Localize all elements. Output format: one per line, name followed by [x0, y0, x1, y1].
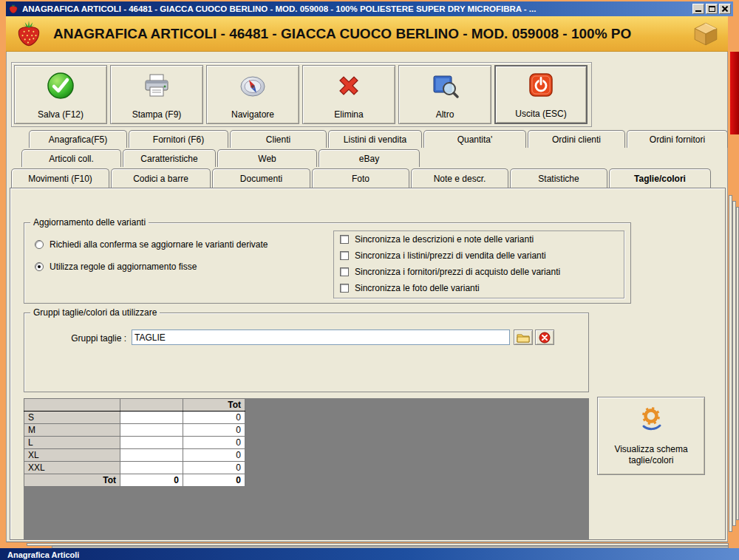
- tab-note-e-descr[interactable]: Note e descr.: [411, 168, 508, 188]
- tab-row-3: Movimenti (F10) Codici a barre Documenti…: [7, 168, 729, 188]
- size-value-cell[interactable]: [120, 437, 183, 449]
- tab-movimenti[interactable]: Movimenti (F10): [11, 168, 109, 188]
- browse-groups-button[interactable]: [514, 329, 533, 345]
- save-check-icon: [46, 71, 75, 100]
- page-stack-red-strip: [730, 52, 739, 134]
- size-groups-groupbox: Gruppi taglie/colori da utilizzare Grupp…: [24, 313, 589, 392]
- header-title: ANAGRAFICA ARTICOLI - 46481 - GIACCA CUO…: [53, 26, 692, 42]
- checkbox-sincronizza-descrizioni[interactable]: [340, 235, 349, 244]
- tab-quantita[interactable]: Quantita': [423, 130, 526, 148]
- size-label-cell: XL: [24, 449, 120, 462]
- checkbox-listini-label: Sincronizza i listini/prezzi di vendita …: [355, 250, 546, 261]
- size-table-area: Tot S 0 M 0 L 0: [24, 398, 589, 539]
- tab-row-1: Anagrafica(F5) Fornitori (F6) Clienti Li…: [7, 130, 729, 148]
- size-row-xxl: XXL 0: [24, 462, 245, 474]
- tab-ordini-fornitori[interactable]: Ordini fornitori: [627, 130, 728, 148]
- salva-button[interactable]: Salva (F12): [14, 65, 107, 124]
- navigatore-button[interactable]: Navigatore: [206, 65, 299, 124]
- visualizza-schema-label: Visualizza schema taglie/colori: [607, 444, 695, 467]
- size-row-m: M 0: [24, 424, 245, 437]
- tab-articoli-coll[interactable]: Articoli coll.: [21, 149, 121, 167]
- visualizza-schema-button[interactable]: Visualizza schema taglie/colori: [597, 397, 705, 475]
- size-groups-title: Gruppi taglie/colori da utilizzare: [30, 307, 160, 318]
- tab-ordini-clienti[interactable]: Ordini clienti: [528, 130, 625, 148]
- check-row-listini: Sincronizza i listini/prezzi di vendita …: [340, 250, 546, 261]
- bottom-window-bar: Anagrafica Articoli: [0, 548, 739, 560]
- bottom-bar-text: Anagrafica Articoli: [7, 550, 79, 559]
- checkbox-descrizioni-label: Sincronizza le descrizioni e note delle …: [355, 234, 534, 245]
- app-body: Salva (F12) Stampa (F9): [6, 52, 728, 542]
- toolbar: Salva (F12) Stampa (F9): [11, 62, 592, 127]
- size-value-cell[interactable]: [120, 412, 183, 424]
- close-button[interactable]: [719, 4, 731, 14]
- radio-row-regole-fisse: Utilizza regole di aggiornamento fisse: [35, 262, 197, 272]
- red-x-icon: [539, 332, 551, 344]
- radio-row-richiedi: Richiedi alla conferma se aggiornare le …: [35, 239, 268, 250]
- footer-col2-total: 0: [120, 474, 183, 487]
- tab-ebay[interactable]: eBay: [319, 149, 420, 167]
- tab-foto[interactable]: Foto: [312, 168, 409, 188]
- footer-tot-label: Tot: [24, 474, 120, 487]
- check-row-descrizioni: Sincronizza le descrizioni e note delle …: [340, 234, 534, 245]
- altro-label: Altro: [436, 109, 454, 120]
- tab-statistiche[interactable]: Statistiche: [510, 168, 607, 188]
- window-title: ANAGRAFICA ARTICOLI - 46481 - GIACCA CUO…: [22, 4, 689, 13]
- size-tot-cell: 0: [183, 424, 245, 437]
- size-row-s: S 0: [24, 412, 245, 424]
- window-strawberry-icon[interactable]: [8, 4, 18, 14]
- radio-regole-fisse[interactable]: [35, 262, 44, 271]
- radio-regole-fisse-label: Utilizza regole di aggiornamento fisse: [50, 262, 197, 272]
- minimize-button[interactable]: [692, 4, 704, 14]
- checkbox-foto-label: Sincronizza le foto delle varianti: [355, 283, 480, 293]
- checkbox-sincronizza-listini[interactable]: [340, 251, 349, 260]
- size-value-cell[interactable]: [120, 449, 183, 462]
- size-table: Tot S 0 M 0 L 0: [24, 398, 245, 487]
- variants-groupbox-title: Aggiornamento delle varianti: [30, 217, 149, 228]
- size-label-cell: XXL: [24, 462, 120, 474]
- tab-documenti[interactable]: Documenti: [212, 168, 310, 188]
- size-value-cell[interactable]: [120, 424, 183, 437]
- uscita-label: Uscita (ESC): [515, 109, 566, 119]
- tab-fornitori[interactable]: Fornitori (F6): [129, 130, 228, 148]
- sync-options-panel: Sincronizza le descrizioni e note delle …: [333, 231, 624, 298]
- printer-icon: [142, 71, 171, 100]
- gear-colors-icon: [638, 405, 664, 431]
- stampa-button[interactable]: Stampa (F9): [110, 65, 203, 124]
- elimina-button[interactable]: Elimina: [302, 65, 395, 124]
- window-titlebar[interactable]: ANAGRAFICA ARTICOLI - 46481 - GIACCA CUO…: [6, 1, 733, 16]
- gruppi-taglie-input[interactable]: [132, 329, 510, 345]
- tab-taglie-colori[interactable]: Taglie/colori: [609, 168, 711, 188]
- uscita-button[interactable]: Uscita (ESC): [494, 65, 588, 124]
- stampa-label: Stampa (F9): [132, 109, 182, 120]
- checkbox-fornitori-label: Sincronizza i fornitori/prezzi di acquis…: [355, 267, 560, 277]
- checkbox-sincronizza-fornitori[interactable]: [340, 267, 349, 276]
- tab-caratteristiche[interactable]: Caratteristiche: [123, 149, 216, 167]
- maximize-button[interactable]: [706, 4, 718, 14]
- checkbox-sincronizza-foto[interactable]: [340, 284, 349, 293]
- check-row-fornitori: Sincronizza i fornitori/prezzi di acquis…: [340, 267, 560, 277]
- salva-label: Salva (F12): [38, 109, 84, 120]
- variants-groupbox: Aggiornamento delle varianti Richiedi al…: [24, 222, 631, 304]
- radio-richiedi-label: Richiedi alla conferma se aggiornare le …: [50, 239, 268, 250]
- size-label-cell: L: [24, 437, 120, 449]
- desktop: ANAGRAFICA ARTICOLI - 46481 - GIACCA CUO…: [0, 0, 739, 560]
- delete-x-icon: [334, 71, 364, 100]
- tab-listini-di-vendita[interactable]: Listini di vendita: [328, 130, 422, 148]
- folder-icon: [517, 332, 530, 343]
- navigatore-label: Navigatore: [231, 109, 274, 120]
- size-label-cell: S: [24, 412, 120, 424]
- tab-anagrafica[interactable]: Anagrafica(F5): [29, 130, 127, 148]
- tab-web[interactable]: Web: [217, 149, 317, 167]
- radio-richiedi-conferma[interactable]: [35, 240, 44, 249]
- size-value-cell[interactable]: [120, 462, 183, 474]
- size-label-cell: M: [24, 424, 120, 437]
- taglie-colori-pane: Aggiornamento delle varianti Richiedi al…: [10, 188, 726, 540]
- app-header: ANAGRAFICA ARTICOLI - 46481 - GIACCA CUO…: [6, 16, 728, 52]
- clear-groups-button[interactable]: [535, 329, 554, 345]
- page-stack-edge: [736, 207, 739, 520]
- tab-row-2: Articoli coll. Caratteristiche Web eBay: [7, 149, 729, 167]
- tab-clienti[interactable]: Clienti: [230, 130, 327, 148]
- tab-codici-a-barre[interactable]: Codici a barre: [111, 168, 211, 188]
- maximize-icon: [709, 6, 715, 12]
- altro-button[interactable]: Altro: [398, 65, 491, 124]
